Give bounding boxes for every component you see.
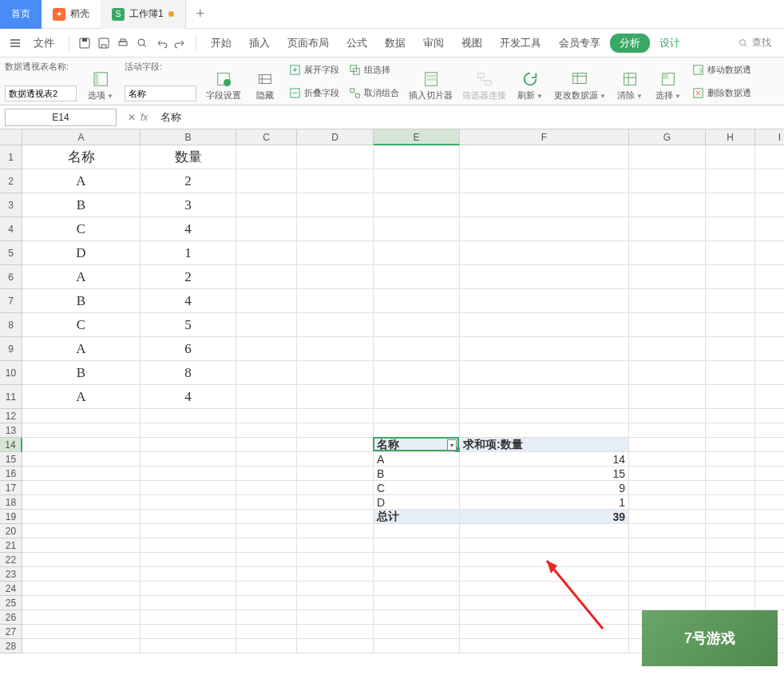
cell[interactable] [297,193,374,217]
cell[interactable] [22,452,141,467]
cell[interactable] [706,289,755,313]
row-header-7[interactable]: 7 [0,289,22,313]
cell[interactable]: D [374,495,460,510]
cell[interactable] [460,385,629,409]
cell[interactable] [141,538,236,553]
cell[interactable] [297,596,374,610]
find-button[interactable]: 查找 [731,34,778,52]
cell[interactable] [706,145,755,169]
col-header-B[interactable]: B [141,129,236,145]
cell[interactable] [629,567,706,582]
cell[interactable] [460,169,629,193]
row-header-23[interactable]: 23 [0,567,22,582]
cell[interactable] [755,553,784,567]
cell[interactable] [22,510,141,524]
cell[interactable] [297,169,374,193]
cell[interactable] [755,289,784,313]
cell[interactable] [236,289,297,313]
cell[interactable] [755,169,784,193]
cell[interactable] [374,385,460,409]
cell[interactable] [236,337,297,361]
cell[interactable] [141,438,236,452]
cell[interactable] [141,639,236,653]
cell[interactable] [297,553,374,567]
menu-dev[interactable]: 开发工具 [492,31,549,55]
cell[interactable] [297,313,374,337]
row-header-22[interactable]: 22 [0,553,22,567]
redo-icon[interactable] [172,34,189,52]
cell[interactable] [22,567,141,582]
cell[interactable]: 2 [141,265,236,289]
cell[interactable] [236,538,297,553]
cell[interactable] [706,193,755,217]
cell[interactable] [141,625,236,639]
row-header-19[interactable]: 19 [0,510,22,524]
cell[interactable] [297,452,374,467]
cell[interactable] [374,524,460,538]
cell[interactable] [374,337,460,361]
cell[interactable] [755,409,784,423]
cell[interactable] [22,538,141,553]
cell[interactable] [236,313,297,337]
cell[interactable] [297,217,374,241]
options-button[interactable]: 选项▼ [86,61,115,101]
cell[interactable] [706,409,755,423]
cell[interactable] [460,265,629,289]
row-header-17[interactable]: 17 [0,481,22,495]
cell[interactable]: A [22,337,141,361]
cell[interactable] [236,241,297,265]
select-all-corner[interactable] [0,129,22,145]
cell[interactable] [236,553,297,567]
cell[interactable] [236,385,297,409]
cell[interactable] [297,409,374,423]
cell[interactable]: 39 [460,510,629,524]
cell[interactable] [236,625,297,639]
col-header-I[interactable]: I [755,129,784,145]
cell[interactable] [629,313,706,337]
cell[interactable] [755,313,784,337]
cell[interactable] [755,193,784,217]
cell[interactable]: 8 [141,361,236,385]
cell[interactable] [22,495,141,510]
cell[interactable] [629,553,706,567]
row-header-2[interactable]: 2 [0,169,22,193]
pivot-filter-dropdown[interactable]: ▼ [447,439,457,451]
cell[interactable] [706,481,755,495]
row-header-28[interactable]: 28 [0,639,22,653]
cell[interactable] [755,596,784,610]
cell[interactable] [629,524,706,538]
cell[interactable] [706,467,755,481]
cell[interactable] [460,596,629,610]
cell[interactable] [706,241,755,265]
cell[interactable] [141,553,236,567]
cell[interactable] [297,510,374,524]
cell[interactable] [755,385,784,409]
row-header-14[interactable]: 14 [0,438,22,452]
cell[interactable] [22,423,141,438]
cell[interactable]: 1 [460,495,629,510]
cell[interactable] [297,481,374,495]
cell[interactable] [22,481,141,495]
cell[interactable] [374,313,460,337]
cell[interactable] [141,423,236,438]
cell[interactable] [297,524,374,538]
menu-page-layout[interactable]: 页面布局 [279,31,337,55]
filter-connection-button[interactable]: 筛选器连接 [462,61,506,101]
cell[interactable]: C [22,217,141,241]
cell[interactable] [755,217,784,241]
cell[interactable]: A [22,385,141,409]
cell[interactable] [706,538,755,553]
cell[interactable] [236,639,297,653]
cell[interactable] [141,567,236,582]
menu-insert[interactable]: 插入 [241,31,278,55]
cell[interactable] [706,313,755,337]
cell-grid[interactable]: 名称数量A2B3C4D1A2B4C5A6B8A4名称求和项:数量A14B15C9… [22,145,784,653]
cell[interactable] [460,409,629,423]
cell[interactable] [629,495,706,510]
cell[interactable] [22,524,141,538]
cell[interactable] [706,510,755,524]
cell[interactable] [706,524,755,538]
cell[interactable] [297,289,374,313]
cell[interactable] [374,538,460,553]
row-header-5[interactable]: 5 [0,241,22,265]
